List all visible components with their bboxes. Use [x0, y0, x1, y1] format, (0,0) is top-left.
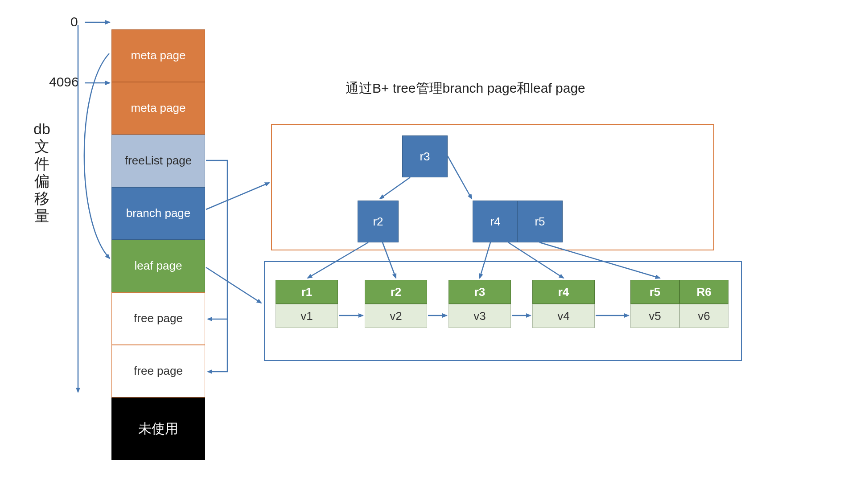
branch-node-right-b: r5 — [517, 201, 563, 242]
leaf-val-1: v1 — [276, 304, 338, 328]
page-meta-2: meta page — [111, 82, 205, 135]
page-leaf: leaf page — [111, 240, 205, 292]
arrow-freelist-to-free1 — [206, 160, 227, 319]
vlabel-c3: 件 — [34, 155, 49, 172]
page-free-1: free page — [111, 292, 205, 345]
leaf-key-1: r1 — [276, 280, 338, 304]
file-offset-vertical-label: db 文 件 偏 移 量 — [33, 120, 50, 225]
leaf-node-3: r3 v3 — [449, 280, 511, 328]
offset-zero: 0 — [70, 14, 78, 29]
vlabel-c4: 偏 — [34, 172, 49, 190]
offset-4096: 4096 — [49, 74, 79, 90]
leaf-val-2: v2 — [365, 304, 427, 328]
arrow-leafpage-to-frame — [206, 267, 261, 303]
vlabel-c6: 量 — [34, 207, 49, 225]
arrow-meta-to-leaf — [84, 53, 110, 258]
branch-node-left: r2 — [358, 201, 399, 242]
page-free-2: free page — [111, 345, 205, 397]
arrow-freelist-to-free2 — [208, 319, 227, 372]
leaf-node-5: r5 v5 — [630, 280, 679, 328]
leaf-key-6: R6 — [679, 280, 728, 304]
page-freelist: freeList page — [111, 135, 205, 187]
leaf-node-1: r1 v1 — [276, 280, 338, 328]
arrow-branchpage-to-frame — [206, 183, 269, 209]
leaf-node-4: r4 v4 — [532, 280, 595, 328]
leaf-node-2: r2 v2 — [365, 280, 427, 328]
leaf-val-6: v6 — [679, 304, 728, 328]
branch-node-root: r3 — [402, 135, 448, 177]
diagram-title: 通过B+ tree管理branch page和leaf page — [346, 79, 585, 98]
leaf-key-5: r5 — [630, 280, 679, 304]
branch-node-right-a: r4 — [473, 201, 518, 242]
leaf-val-3: v3 — [449, 304, 511, 328]
vlabel-c5: 移 — [34, 190, 49, 207]
leaf-node-6: R6 v6 — [679, 280, 728, 328]
vlabel-c1: db — [33, 120, 50, 138]
leaf-key-2: r2 — [365, 280, 427, 304]
leaf-val-5: v5 — [630, 304, 679, 328]
leaf-val-4: v4 — [532, 304, 595, 328]
vlabel-c2: 文 — [34, 138, 49, 155]
page-meta-1: meta page — [111, 29, 205, 82]
leaf-key-3: r3 — [449, 280, 511, 304]
page-unused: 未使用 — [111, 397, 205, 460]
page-branch: branch page — [111, 187, 205, 240]
leaf-key-4: r4 — [532, 280, 595, 304]
